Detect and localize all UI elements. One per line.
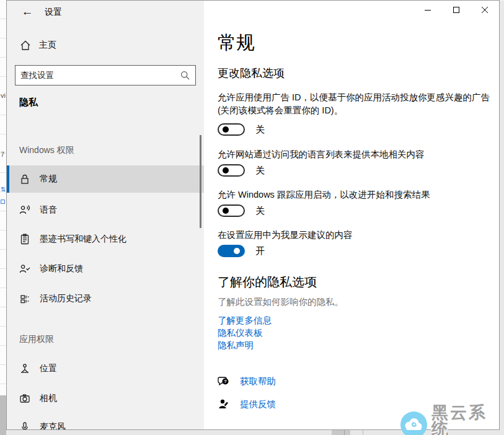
sidebar-item-activity-history[interactable]: 活动历史记录 — [7, 285, 204, 312]
toggle-language-list[interactable] — [218, 164, 245, 177]
search-icon — [180, 71, 195, 80]
setting-row: 关 — [218, 123, 265, 136]
search-input[interactable] — [15, 71, 180, 80]
sidebar-item-camera[interactable]: 相机 — [7, 385, 204, 412]
setting-description: 允许应用使用广告 ID，以便基于你的应用活动投放你更感兴趣的广告(关闭该模式将会… — [218, 91, 499, 117]
toggle-suggested-content[interactable] — [218, 245, 245, 257]
help-bubble-icon: ? — [218, 375, 230, 387]
microphone-icon — [19, 421, 31, 429]
toggle-state-label: 关 — [255, 165, 265, 177]
lock-icon — [19, 173, 31, 185]
toggle-state-label: 关 — [255, 124, 265, 136]
section-header-windows-permissions: Windows 权限 — [19, 145, 74, 156]
toggle-app-launch-tracking[interactable] — [218, 204, 245, 217]
sidebar-item-label: 相机 — [40, 393, 57, 404]
sidebar-item-inking-typing[interactable]: 墨迹书写和键入个性化 — [7, 226, 204, 253]
link-learn-more[interactable]: 了解更多信息 — [218, 315, 272, 327]
background-window-fragment — [0, 395, 6, 435]
feedback-person-icon — [218, 398, 230, 410]
search-box — [15, 65, 196, 86]
background-cell-fragment — [1, 200, 5, 204]
sidebar-item-speech[interactable]: 语音 — [7, 196, 204, 224]
sidebar-item-label: 墨迹书写和键入个性化 — [40, 234, 126, 245]
setting-row: 关 — [218, 164, 265, 177]
background-text-fragment: vi — [1, 92, 6, 99]
settings-window: ← 设置 主页 隐私 Windows 权限 — [6, 0, 500, 430]
background-window-left-edge: vi 7 ⇅ — [0, 0, 6, 435]
page-title: 常规 — [218, 30, 255, 56]
maximize-button[interactable] — [442, 1, 471, 19]
give-feedback-link[interactable]: 提供反馈 — [240, 398, 276, 410]
sidebar-item-diagnostics-feedback[interactable]: 诊断和反馈 — [7, 255, 204, 283]
background-window-fragment — [344, 429, 345, 435]
setting-description: 允许网站通过访问我的语言列表来提供本地相关内容 — [218, 148, 499, 161]
inking-icon — [19, 233, 31, 245]
watermark: 黑云系统 heiyunxitong.com — [400, 405, 504, 435]
close-button[interactable] — [471, 1, 499, 19]
sidebar-item-label: 麦克风 — [40, 421, 66, 429]
minimize-button[interactable] — [413, 1, 442, 19]
home-icon — [19, 39, 32, 51]
background-window-fragment — [363, 429, 363, 435]
desktop: vi 7 ⇅ ← 设置 主页 — [0, 0, 504, 435]
watermark-cloud-logo — [400, 411, 428, 435]
setting-description: 在设置应用中为我显示建议的内容 — [218, 229, 499, 242]
section-header-app-permissions: 应用权限 — [19, 334, 54, 345]
settings-content: 常规 更改隐私选项 允许应用使用广告 ID，以便基于你的应用活动投放你更感兴趣的… — [204, 1, 499, 429]
setting-row: 关 — [218, 204, 265, 217]
toggle-state-label: 开 — [255, 245, 265, 257]
setting-row: 开 — [218, 245, 265, 257]
svg-text:?: ? — [224, 379, 227, 384]
sidebar-item-label: 常规 — [40, 174, 57, 185]
selected-accent-bar — [7, 165, 9, 193]
location-icon — [19, 362, 31, 375]
camera-icon — [19, 392, 31, 405]
privacy-options-title: 了解你的隐私选项 — [218, 274, 317, 291]
sidebar-item-microphone[interactable]: 麦克风 — [7, 413, 204, 429]
category-title: 隐私 — [19, 97, 38, 108]
toggle-advertising-id[interactable] — [218, 123, 245, 136]
link-privacy-dashboard[interactable]: 隐私仪表板 — [218, 327, 263, 339]
settings-sidebar: ← 设置 主页 隐私 Windows 权限 — [7, 1, 204, 429]
sidebar-item-home[interactable]: 主页 — [19, 39, 56, 51]
setting-description: 允许 Windows 跟踪应用启动，以改进开始和搜索结果 — [218, 188, 499, 201]
give-feedback-row: 提供反馈 — [218, 398, 276, 410]
sidebar-item-location[interactable]: 位置 — [7, 355, 204, 382]
sidebar-item-general[interactable]: 常规 — [7, 165, 204, 193]
desktop-right-edge — [499, 0, 504, 435]
get-help-row: ? 获取帮助 — [218, 375, 276, 387]
sidebar-item-label: 活动历史记录 — [40, 293, 92, 304]
background-window-fragment — [332, 429, 350, 435]
sidebar-scrollbar-thumb[interactable] — [200, 135, 201, 228]
watermark-brand-name: 黑云系统 — [431, 405, 504, 435]
back-arrow-icon: ← — [22, 5, 33, 19]
back-button[interactable]: ← — [18, 3, 37, 20]
app-title: 设置 — [45, 7, 62, 18]
diagnostics-icon — [19, 263, 31, 275]
window-controls — [413, 1, 499, 19]
sidebar-item-label: 诊断和反馈 — [40, 263, 83, 275]
sidebar-item-label: 语音 — [40, 204, 57, 216]
speech-icon — [19, 204, 31, 216]
toggle-state-label: 关 — [255, 205, 265, 217]
background-text-fragment: 7 — [1, 151, 4, 158]
sidebar-home-label: 主页 — [39, 40, 56, 51]
activity-history-icon — [19, 292, 31, 305]
privacy-options-description: 了解此设置如何影响你的隐私。 — [218, 296, 343, 308]
link-privacy-statement[interactable]: 隐私声明 — [218, 340, 254, 351]
sort-arrows-icon: ⇅ — [1, 186, 6, 193]
sidebar-item-label: 位置 — [40, 363, 57, 374]
page-subtitle: 更改隐私选项 — [218, 66, 285, 81]
get-help-link[interactable]: 获取帮助 — [240, 376, 276, 387]
